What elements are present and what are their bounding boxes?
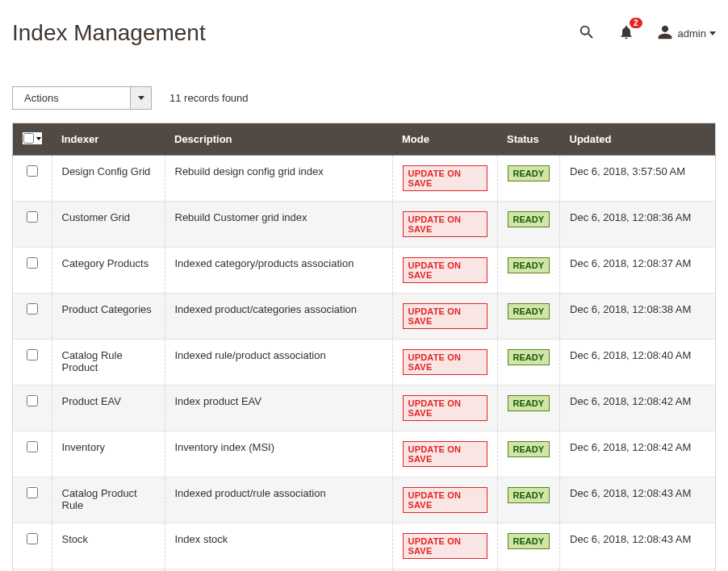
user-icon (657, 24, 673, 43)
cell-description: Indexed product/rule association (165, 477, 392, 523)
row-checkbox[interactable] (27, 349, 38, 361)
page-title: Index Management (12, 20, 206, 46)
row-checkbox[interactable] (27, 165, 38, 177)
status-badge: READY (508, 211, 550, 227)
actions-select[interactable]: Actions (12, 86, 152, 110)
table-row: StockIndex stockUPDATE ON SAVEREADYDec 6… (13, 523, 716, 569)
column-header-indexer[interactable]: Indexer (52, 123, 165, 156)
table-row: Product CategoriesIndexed product/catego… (13, 294, 716, 340)
actions-dropdown-toggle[interactable] (130, 87, 151, 109)
cell-status: READY (497, 294, 560, 340)
cell-description: Rebuild Customer grid index (165, 202, 392, 248)
cell-indexer: Product Categories (52, 294, 165, 340)
admin-name: admin (678, 27, 706, 40)
cell-indexer: Catalog Product Rule (52, 477, 165, 523)
status-badge: READY (508, 257, 550, 273)
cell-description: Inventory index (MSI) (165, 431, 392, 477)
row-checkbox[interactable] (27, 257, 38, 269)
cell-updated: Dec 6, 2018, 12:08:42 AM (560, 431, 716, 477)
cell-status: READY (497, 156, 560, 202)
cell-updated: Dec 6, 2018, 12:08:37 AM (560, 248, 716, 294)
cell-updated: Dec 6, 2018, 12:08:43 AM (560, 523, 716, 569)
column-header-updated[interactable]: Updated (560, 123, 716, 156)
cell-description: Indexed product/categories association (165, 294, 392, 340)
cell-mode: UPDATE ON SAVE (392, 294, 497, 340)
cell-indexer: Category Products (52, 248, 165, 294)
cell-indexer: Catalog Rule Product (52, 340, 165, 386)
mode-badge: UPDATE ON SAVE (403, 303, 487, 329)
cell-indexer: Stock (52, 523, 165, 569)
cell-updated: Dec 6, 2018, 12:08:40 AM (560, 340, 716, 386)
column-header-description[interactable]: Description (165, 123, 392, 156)
cell-updated: Dec 6, 2018, 12:08:42 AM (560, 386, 716, 431)
notification-bell[interactable]: 2 (618, 24, 634, 43)
cell-mode: UPDATE ON SAVE (392, 431, 497, 477)
index-grid: Indexer Description Mode Status Updated … (12, 123, 716, 571)
row-checkbox[interactable] (27, 533, 38, 544)
records-found: 11 records found (169, 92, 249, 104)
mode-badge: UPDATE ON SAVE (403, 257, 487, 283)
cell-description: Indexed category/products association (165, 248, 392, 294)
cell-description: Index stock (165, 523, 392, 569)
row-checkbox[interactable] (27, 441, 38, 452)
row-checkbox[interactable] (27, 487, 38, 498)
cell-updated: Dec 6, 2018, 12:08:43 AM (560, 477, 716, 523)
search-icon[interactable] (578, 23, 596, 44)
row-checkbox[interactable] (27, 395, 38, 406)
chevron-down-icon (36, 137, 41, 140)
mode-badge: UPDATE ON SAVE (403, 165, 487, 191)
status-badge: READY (508, 487, 550, 503)
column-header-status[interactable]: Status (497, 123, 560, 156)
cell-updated: Dec 6, 2018, 3:57:50 AM (560, 156, 716, 202)
cell-mode: UPDATE ON SAVE (392, 248, 497, 294)
mode-badge: UPDATE ON SAVE (403, 349, 487, 375)
cell-mode: UPDATE ON SAVE (392, 523, 497, 569)
status-badge: READY (508, 303, 550, 319)
row-checkbox[interactable] (27, 211, 38, 223)
chevron-down-icon (138, 96, 144, 100)
cell-updated: Dec 6, 2018, 12:08:36 AM (560, 202, 716, 248)
table-row: Design Config GridRebuild design config … (13, 156, 716, 202)
table-row: Catalog Rule ProductIndexed rule/product… (13, 340, 716, 386)
status-badge: READY (508, 395, 550, 411)
table-row: Category ProductsIndexed category/produc… (13, 248, 716, 294)
cell-status: READY (497, 523, 560, 569)
cell-indexer: Inventory (52, 431, 165, 477)
cell-status: READY (497, 386, 560, 431)
cell-status: READY (497, 202, 560, 248)
cell-status: READY (497, 340, 560, 386)
admin-menu[interactable]: admin (657, 24, 716, 43)
cell-mode: UPDATE ON SAVE (392, 340, 497, 386)
cell-indexer: Customer Grid (52, 202, 165, 248)
cell-mode: UPDATE ON SAVE (392, 386, 497, 431)
cell-updated: Dec 6, 2018, 12:08:38 AM (560, 294, 716, 340)
row-checkbox[interactable] (27, 303, 38, 315)
table-row: Product EAVIndex product EAVUPDATE ON SA… (13, 386, 716, 431)
cell-status: READY (497, 431, 560, 477)
cell-status: READY (497, 248, 560, 294)
cell-mode: UPDATE ON SAVE (392, 477, 497, 523)
cell-indexer: Product EAV (52, 386, 165, 431)
mode-badge: UPDATE ON SAVE (403, 441, 487, 467)
column-header-select[interactable] (13, 123, 52, 156)
mode-badge: UPDATE ON SAVE (403, 533, 487, 559)
cell-mode: UPDATE ON SAVE (392, 156, 497, 202)
cell-mode: UPDATE ON SAVE (392, 202, 497, 248)
table-row: Catalog Product RuleIndexed product/rule… (13, 477, 716, 523)
cell-status: READY (497, 477, 560, 523)
table-row: InventoryInventory index (MSI)UPDATE ON … (13, 431, 716, 477)
mode-badge: UPDATE ON SAVE (403, 395, 487, 421)
chevron-down-icon (709, 31, 716, 35)
select-all-checkbox[interactable] (23, 133, 34, 144)
status-badge: READY (508, 165, 550, 181)
cell-indexer: Design Config Grid (52, 156, 165, 202)
table-row: Customer GridRebuild Customer grid index… (13, 202, 716, 248)
status-badge: READY (508, 441, 550, 457)
cell-description: Indexed rule/product association (165, 340, 392, 386)
column-header-mode[interactable]: Mode (392, 123, 497, 156)
cell-description: Index product EAV (165, 386, 392, 431)
status-badge: READY (508, 349, 550, 365)
mode-badge: UPDATE ON SAVE (403, 487, 487, 513)
actions-label: Actions (13, 87, 130, 109)
status-badge: READY (508, 533, 550, 549)
